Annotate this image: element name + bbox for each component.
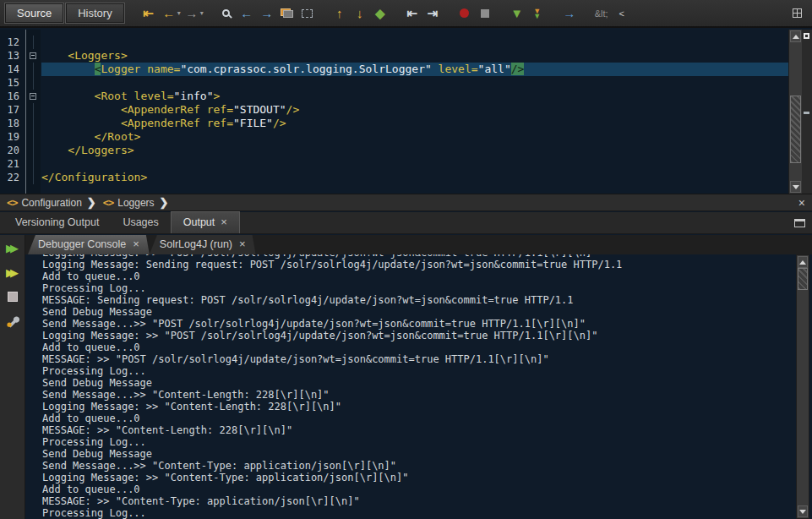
console-line: Add to queue...0: [42, 270, 795, 282]
editor-line[interactable]: 16 <Root level="info">: [0, 90, 788, 103]
console-scrollbar-thumb[interactable]: [798, 268, 808, 290]
fold-guide: [25, 144, 41, 157]
editor-line[interactable]: 14 <Logger name="com.cprassoc.solr.loggi…: [0, 63, 788, 76]
line-number: 15: [0, 76, 25, 90]
tab-usages[interactable]: Usages: [111, 212, 170, 233]
fold-toggle-icon[interactable]: [25, 49, 41, 63]
editor-vertical-scrollbar[interactable]: [788, 30, 802, 194]
console-line: Logging Message: >> "Content-Length: 228…: [42, 401, 795, 412]
editor-line[interactable]: 19 </Root>: [0, 130, 788, 144]
xml-element-icon: <>: [7, 197, 17, 209]
tab-output[interactable]: Output ×: [171, 211, 240, 233]
console-line: Send Debug Message: [42, 448, 795, 460]
fold-guide: [25, 171, 41, 184]
find-icon[interactable]: [216, 3, 237, 24]
record-macro-icon[interactable]: [455, 3, 475, 24]
editor-line[interactable]: 21: [0, 157, 788, 171]
toggle-highlight-search-icon[interactable]: [277, 3, 297, 24]
editor-line[interactable]: 15: [0, 76, 788, 90]
fold-guide: [25, 130, 41, 144]
scroll-down-button[interactable]: [798, 505, 808, 517]
shift-line-right-icon[interactable]: ⇥: [422, 3, 443, 24]
line-number: 21: [0, 157, 25, 171]
scroll-up-button[interactable]: [790, 30, 801, 42]
error-stripe[interactable]: [802, 30, 812, 194]
line-number: 20: [0, 144, 25, 157]
close-icon[interactable]: ×: [239, 240, 246, 249]
editor-line[interactable]: 12: [0, 36, 788, 49]
breadcrumb-close-icon[interactable]: ×: [798, 197, 805, 209]
window-grid-icon[interactable]: [787, 3, 807, 24]
output-settings-button[interactable]: [3, 312, 23, 331]
editor-line[interactable]: 22</Configuration>: [0, 171, 788, 184]
fold-toggle-icon[interactable]: [25, 90, 41, 103]
stop-macro-icon[interactable]: [475, 3, 495, 24]
history-view-button[interactable]: History: [66, 3, 123, 23]
breadcrumb-separator-icon: ❯: [87, 196, 96, 209]
last-edit-location-icon[interactable]: ⇤: [139, 3, 159, 24]
lt-button[interactable]: <: [612, 3, 632, 24]
close-icon[interactable]: ×: [133, 240, 139, 249]
line-number: 13: [0, 49, 25, 63]
line-number: 12: [0, 36, 25, 49]
line-number: 18: [0, 117, 25, 130]
find-previous-occurrence-icon[interactable]: ←: [237, 3, 257, 24]
tab-versioning-output[interactable]: Versioning Output: [3, 212, 111, 233]
line-number: 16: [0, 90, 25, 103]
next-bookmark-icon[interactable]: ↓: [350, 3, 370, 24]
code-text: <Root level="info">: [41, 90, 220, 103]
toggle-bookmark-icon[interactable]: ◆: [370, 3, 390, 24]
close-icon[interactable]: ×: [221, 218, 227, 227]
rerun-button[interactable]: ▶▶: [3, 238, 23, 257]
code-text: <Logger name="com.cprassoc.solr.logging.…: [41, 63, 524, 76]
forward-icon[interactable]: →: [182, 3, 202, 24]
stop-button[interactable]: [3, 287, 23, 306]
tab-debugger-console[interactable]: Debugger Console ×: [28, 235, 150, 254]
tab-solrlog4j-run[interactable]: SolrLog4J (run) ×: [150, 235, 256, 254]
scroll-up-button[interactable]: [798, 256, 808, 268]
ide-window: Source History ⇤←▾→▾←→↑↓◆⇤⇥▼▼▼→&lt;< 121…: [0, 0, 812, 519]
breadcrumb-separator-icon: ❯: [160, 196, 169, 209]
line-number: 19: [0, 130, 25, 144]
editor-line[interactable]: 13 <Loggers>: [0, 49, 788, 63]
line-number: 17: [0, 103, 25, 117]
output-area: ▶▶▶▶ Debugger Console × SolrLog4J (run) …: [0, 235, 812, 519]
float-window-icon[interactable]: [794, 219, 805, 227]
console-line: MESSAGE: >> "Content-Length: 228[\r][\n]…: [42, 424, 795, 436]
console-line: Add to queue...0: [42, 412, 795, 424]
console-line: Processing Log...: [42, 507, 795, 519]
code-text: </Root>: [41, 130, 140, 144]
fold-guide: [25, 63, 41, 76]
fold-guide: [25, 76, 41, 90]
editor-rows: 1213 <Loggers>14 <Logger name="com.cpras…: [0, 30, 788, 194]
entity-lt-button[interactable]: &lt;: [591, 3, 612, 24]
source-view-button[interactable]: Source: [5, 3, 63, 23]
editor-line[interactable]: 17 <AppenderRef ref="STDOUT"/>: [0, 103, 788, 117]
find-next-occurrence-icon[interactable]: →: [257, 3, 277, 24]
continue-icon[interactable]: →: [559, 3, 580, 24]
console-line: Logging Message: >> "Content-Type: appli…: [42, 472, 795, 483]
console-line: Send Debug Message: [42, 306, 795, 318]
breadcrumb-item-loggers[interactable]: <> Loggers: [103, 197, 155, 209]
back-icon[interactable]: ←: [159, 3, 179, 24]
shift-line-left-icon[interactable]: ⇤: [402, 3, 422, 24]
editor-scrollbar-thumb[interactable]: [790, 96, 801, 163]
expand-all-icon[interactable]: ▼▼: [527, 3, 548, 24]
breadcrumb-item-configuration[interactable]: <> Configuration: [7, 197, 82, 209]
console-output[interactable]: Logging Message: >> "POST /solr/solrlog4…: [25, 254, 812, 519]
previous-bookmark-icon[interactable]: ↑: [330, 3, 350, 24]
editor-line[interactable]: 20 </Loggers>: [0, 144, 788, 157]
console-tabbar: Debugger Console × SolrLog4J (run) ×: [25, 235, 812, 254]
line-number: 22: [0, 171, 25, 184]
console-line: MESSAGE: >> "Content-Type: application/j…: [42, 495, 795, 507]
console-vertical-scrollbar[interactable]: [796, 254, 809, 519]
fold-guide: [25, 36, 41, 49]
rerun-with-options-button[interactable]: ▶▶: [3, 263, 23, 281]
code-text: <AppenderRef ref="STDOUT"/>: [41, 103, 299, 117]
go-down-icon[interactable]: ▼: [507, 3, 527, 24]
editor-line[interactable]: 18 <AppenderRef ref="FILE"/>: [0, 117, 788, 130]
no-errors-badge: [804, 33, 809, 39]
code-editor[interactable]: 1213 <Loggers>14 <Logger name="com.cpras…: [0, 30, 812, 194]
scroll-down-button[interactable]: [790, 181, 801, 193]
rectangular-selection-icon[interactable]: [297, 3, 318, 24]
